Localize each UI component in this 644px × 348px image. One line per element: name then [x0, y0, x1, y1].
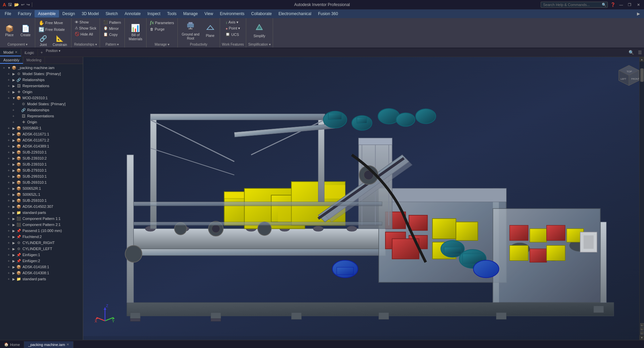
tree-item[interactable]: +▶🔗Relationships [0, 77, 83, 83]
tree-expander[interactable]: ▶ [11, 83, 16, 88]
tree-expand-btn[interactable]: + [7, 126, 11, 130]
viewport-scrollbar-vertical[interactable]: ▲ ⊕ ⊖ ⊡ ▼ [639, 57, 644, 340]
tree-expander[interactable]: ▶ [11, 77, 16, 82]
nav-cube[interactable]: TOP LEFT FRONT [617, 64, 637, 84]
tree-expander[interactable]: ▶ [11, 222, 16, 227]
tree-expand-btn[interactable]: + [11, 120, 15, 124]
menu-assemble[interactable]: Assemble [35, 10, 59, 17]
ucs-button[interactable]: 🔲 UCS [224, 32, 240, 37]
tree-expand-btn[interactable]: + [11, 114, 15, 118]
tree-expander[interactable]: ▶ [11, 126, 16, 130]
menu-electromechanical[interactable]: Electromechanical [275, 10, 315, 17]
quick-save-icon[interactable]: 🖫 [8, 2, 12, 7]
free-move-button[interactable]: ✋ Free Move [37, 19, 64, 26]
model-tab-close[interactable]: ✕ [15, 50, 17, 54]
menu-3dmodel[interactable]: 3D Model [78, 10, 102, 17]
tree-expander[interactable]: ▶ [11, 71, 16, 76]
quick-open-icon[interactable]: 📂 [14, 2, 19, 7]
tree-expander[interactable]: ▶ [11, 186, 16, 191]
search-input[interactable] [541, 2, 608, 8]
tree-expander[interactable]: ▶ [11, 252, 16, 257]
tree-expand-btn[interactable]: + [7, 156, 11, 160]
help-icon[interactable]: ❓ [610, 2, 615, 7]
tree-expander[interactable]: ▶ [11, 246, 16, 251]
tree-item[interactable]: +▶📦SUB-239310:1 [0, 161, 83, 167]
tree-item[interactable]: +▶⚙Model States: [Primary] [0, 71, 83, 77]
scrollbar-down-btn[interactable]: ▼ [640, 335, 644, 340]
point-button[interactable]: ● Point ▾ [224, 25, 241, 31]
menu-factory[interactable]: Factory [14, 10, 35, 17]
tree-expand-btn[interactable]: + [7, 241, 11, 245]
tree-expander[interactable]: ▶ [11, 168, 16, 173]
tree-expander[interactable]: ▶ [11, 271, 16, 275]
tree-item[interactable]: +▶⬛Component Pattern 1:1 [0, 216, 83, 222]
tree-item[interactable]: +▶📦S00652L:1 [0, 191, 83, 197]
tree-expander[interactable]: ▶ [11, 144, 16, 149]
scrollbar-thumb-v[interactable] [640, 68, 644, 82]
tree-expander[interactable]: ▶ [11, 180, 16, 185]
free-rotate-button[interactable]: 🔄 Free Rotate [37, 26, 66, 33]
tree-expander[interactable]: ▶ [11, 240, 16, 245]
tree-expand-btn[interactable]: + [7, 180, 11, 184]
tree-expander[interactable]: ▶ [11, 216, 16, 221]
menu-design[interactable]: Design [59, 10, 78, 17]
tree-expander[interactable]: ▶ [11, 156, 16, 161]
tree-item[interactable]: + 🖼Representations [0, 113, 83, 119]
tree-expander[interactable]: ▼ [7, 65, 11, 70]
tree-expand-btn[interactable]: + [7, 235, 11, 239]
panel-menu-button[interactable]: ☰ [636, 49, 644, 56]
tree-expander[interactable]: ▶ [11, 234, 16, 239]
add-tab-button[interactable]: + [38, 49, 46, 56]
tree-item[interactable]: +▶📦S00652R:1 [0, 185, 83, 191]
tree-expand-btn[interactable]: + [7, 90, 11, 94]
tree-expand-btn[interactable]: + [7, 217, 11, 221]
hide-all-button[interactable]: 🚫 Hide All [73, 31, 94, 37]
scroll-corner-icons[interactable]: ⊕ ⊖ ⊡ [640, 323, 644, 335]
menu-annotate[interactable]: Annotate [121, 10, 144, 17]
joint-button[interactable]: 🔗 Joint [37, 34, 49, 48]
tree-item[interactable]: +▶⚙CYLINDER_LEFT [0, 246, 83, 252]
tree-expander[interactable]: ▶ [11, 174, 16, 179]
tree-expander[interactable]: ▶ [11, 228, 16, 233]
tree-expand-btn[interactable]: + [7, 132, 11, 136]
tree-expander[interactable]: ▶ [11, 204, 16, 209]
maximize-btn[interactable]: ❐ [627, 1, 633, 8]
tree-expand-btn[interactable]: + [7, 265, 11, 269]
tree-expand-btn[interactable]: + [7, 72, 11, 76]
tree-expand-btn[interactable]: + [7, 192, 11, 196]
tree-expander[interactable] [16, 114, 21, 118]
simplify-button[interactable]: Simplify [252, 22, 267, 40]
tree-expand-btn[interactable]: + [7, 205, 11, 209]
menu-fusion360[interactable]: Fusion 360 [315, 10, 341, 17]
tree-expand-btn[interactable]: + [7, 259, 11, 263]
tree-expand-btn[interactable]: + [7, 223, 11, 227]
menu-environments[interactable]: Environments [216, 10, 248, 17]
tree-expand-btn[interactable]: + [7, 96, 11, 100]
tree-expand-btn[interactable]: + [11, 108, 15, 112]
tree-expand-btn[interactable]: + [7, 211, 11, 215]
tree-item[interactable]: +▶📦SUB-299310:1 [0, 173, 83, 179]
create-button[interactable]: 📄 Create [18, 23, 33, 39]
bottom-tab-file[interactable]: _packing machine.iam ✕ [24, 341, 73, 348]
manage-group-label[interactable]: Manage ▾ [155, 43, 169, 46]
tree-expander[interactable] [16, 120, 21, 124]
pattern-group-label[interactable]: Pattern ▾ [105, 43, 119, 46]
close-btn[interactable]: ✕ [635, 1, 641, 8]
show-button[interactable]: 👁 Show [73, 19, 90, 25]
tree-item[interactable]: +▶📌Passend:1 (10.000 mm) [0, 228, 83, 234]
tab-assembly[interactable]: Assembly [0, 57, 23, 64]
tree-expand-btn[interactable]: + [7, 168, 11, 172]
tree-item[interactable]: +▼📦MOD-029310:1 [0, 95, 83, 101]
tree-expand-btn[interactable]: + [7, 84, 11, 88]
menu-tools[interactable]: Tools [164, 10, 180, 17]
tree-item[interactable]: +▶🖼Representations [0, 83, 83, 89]
tree-expander[interactable]: ▶ [11, 192, 16, 197]
tree-item[interactable]: +▶📦ADSK-014168:1 [0, 264, 83, 270]
tree-item[interactable]: +▶📦ADSK-011671:1 [0, 131, 83, 137]
tree-expand-btn[interactable]: + [7, 277, 11, 281]
tree-item[interactable]: +▶📌Einfügen:2 [0, 258, 83, 264]
viewport[interactable]: X Y Z TOP LEFT FRONT ▲ [83, 57, 644, 340]
tree-item[interactable]: +▶📦S00S86R:1 [0, 125, 83, 131]
ground-root-button[interactable]: Ground and Root [180, 19, 202, 42]
tree-expand-btn[interactable]: + [7, 253, 11, 257]
